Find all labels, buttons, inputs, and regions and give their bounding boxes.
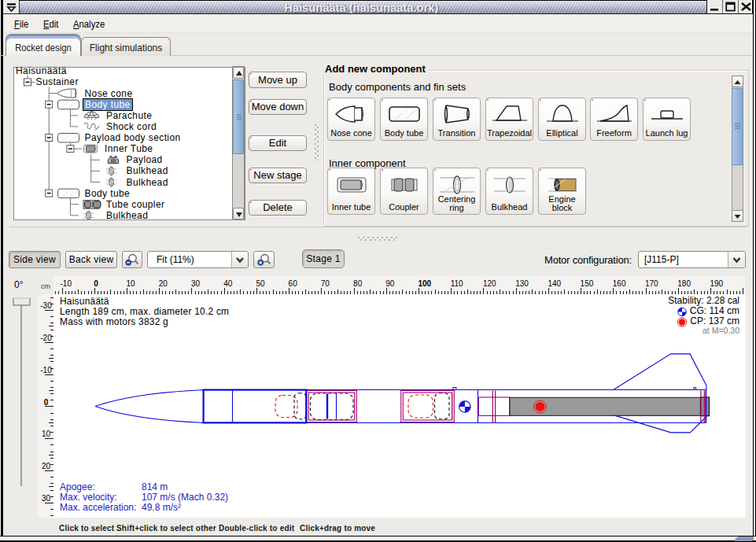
- svg-text:80: 80: [353, 279, 363, 288]
- svg-text:160: 160: [613, 279, 626, 288]
- svg-text:CG: 114 cm: CG: 114 cm: [690, 305, 739, 316]
- svg-text:-30: -30: [40, 301, 52, 310]
- svg-text:140: 140: [548, 279, 561, 288]
- svg-text:120: 120: [483, 279, 496, 288]
- svg-text:60: 60: [289, 279, 298, 288]
- svg-text:20: 20: [42, 462, 51, 470]
- svg-text:CP: 137 cm: CP: 137 cm: [690, 315, 739, 326]
- svg-text:170: 170: [645, 279, 658, 288]
- svg-text:cm: cm: [41, 282, 50, 290]
- svg-text:-10: -10: [40, 366, 52, 374]
- svg-text:110: 110: [451, 279, 463, 288]
- svg-text:-20: -20: [40, 334, 52, 342]
- svg-text:10: 10: [127, 279, 136, 288]
- svg-text:0: 0: [44, 398, 49, 407]
- svg-text:49.8 m/s²: 49.8 m/s²: [142, 502, 181, 513]
- svg-text:100: 100: [419, 279, 432, 288]
- svg-text:50: 50: [256, 279, 265, 288]
- svg-text:180: 180: [677, 279, 691, 288]
- svg-text:90: 90: [385, 279, 395, 288]
- svg-text:Stability: 2.28 cal: Stability: 2.28 cal: [668, 295, 739, 306]
- svg-text:814 m: 814 m: [142, 481, 168, 492]
- svg-text:70: 70: [321, 279, 330, 288]
- svg-text:20: 20: [159, 279, 168, 288]
- svg-text:150: 150: [581, 279, 594, 288]
- svg-text:190: 190: [710, 279, 724, 288]
- svg-text:30: 30: [42, 494, 51, 503]
- svg-text:40: 40: [223, 279, 233, 288]
- svg-text:30: 30: [191, 279, 201, 288]
- svg-text:107 m/s (Mach 0.32): 107 m/s (Mach 0.32): [142, 492, 228, 503]
- svg-text:at M=0.30: at M=0.30: [703, 326, 739, 335]
- svg-text:Max. acceleration:: Max. acceleration:: [60, 502, 136, 513]
- svg-text:130: 130: [515, 279, 529, 288]
- svg-text:Max. velocity:: Max. velocity:: [60, 492, 117, 503]
- svg-text:Apogee:: Apogee:: [60, 481, 95, 492]
- svg-text:Mass with motors 3832 g: Mass with motors 3832 g: [60, 316, 168, 327]
- svg-text:200: 200: [746, 279, 747, 288]
- svg-text:Length 189 cm, max. diameter 1: Length 189 cm, max. diameter 10.2 cm: [60, 306, 229, 317]
- svg-text:0: 0: [94, 279, 98, 288]
- svg-text:-10: -10: [61, 279, 72, 288]
- svg-text:Haisunäätä: Haisunäätä: [60, 296, 109, 307]
- svg-text:10: 10: [42, 430, 51, 438]
